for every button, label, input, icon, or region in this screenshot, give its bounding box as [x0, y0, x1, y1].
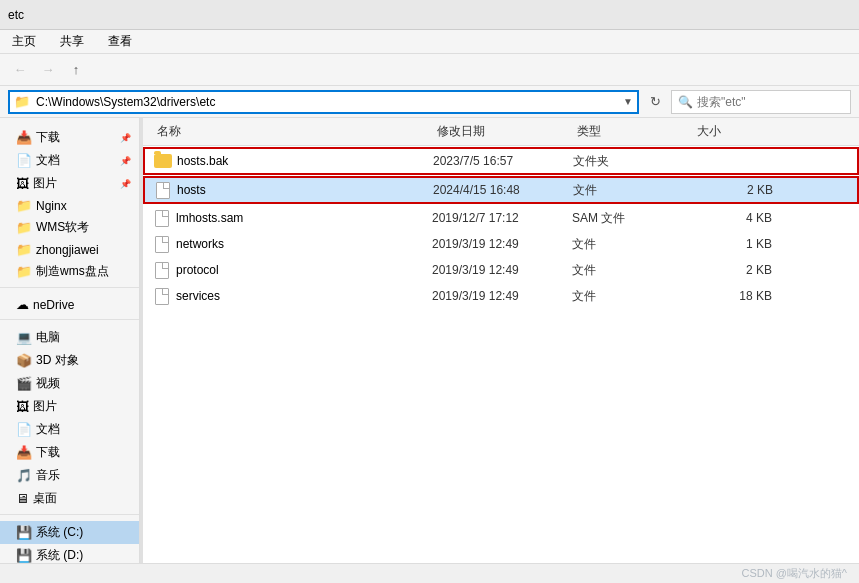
file-type: SAM 文件 [572, 210, 692, 227]
status-bar: CSDN @喝汽水的猫^ [0, 563, 859, 583]
table-row[interactable]: hosts2024/4/15 16:48文件2 KB [143, 176, 859, 204]
column-headers: 名称 修改日期 类型 大小 [143, 118, 859, 146]
file-size: 1 KB [692, 237, 772, 251]
sidebar-item-pics2[interactable]: 🖼 图片 [0, 395, 139, 418]
menu-share[interactable]: 共享 [56, 31, 88, 52]
file-name: protocol [176, 263, 432, 277]
table-row[interactable]: lmhosts.sam2019/12/7 17:12SAM 文件4 KB [143, 205, 859, 231]
file-name: networks [176, 237, 432, 251]
table-row[interactable]: services2019/3/19 12:49文件18 KB [143, 283, 859, 309]
wms-icon: 📁 [16, 220, 32, 235]
sidebar-group-thispc: 💻 电脑 📦 3D 对象 🎬 视频 🖼 图片 📄 文档 📥 下载 [0, 322, 139, 515]
pin-icon3: 📌 [120, 179, 131, 189]
sidebar-item-zhong[interactable]: 📁 zhongjiawei [0, 239, 139, 260]
file-name: hosts.bak [177, 154, 433, 168]
sidebar-item-c[interactable]: 💾 系统 (C:) [0, 521, 139, 544]
file-size: 2 KB [693, 183, 773, 197]
sidebar-item-docs1[interactable]: 📄 文档 📌 [0, 149, 139, 172]
sidebar-group-onedrive: ☁ neDrive [0, 290, 139, 320]
file-date: 2019/12/7 17:12 [432, 211, 572, 225]
file-name: hosts [177, 183, 433, 197]
file-list: hosts.bak2023/7/5 16:57文件夹hosts2024/4/15… [143, 146, 859, 563]
up-button[interactable]: ↑ [64, 58, 88, 82]
file-size: 2 KB [692, 263, 772, 277]
pc-icon: 💻 [16, 330, 32, 345]
zhong-icon: 📁 [16, 242, 32, 257]
menu-bar: 主页 共享 查看 [0, 30, 859, 54]
sidebar-group-quick: 📥 下载 📌 📄 文档 📌 🖼 图片 📌 📁 Nginx 📁 WMS软考 [0, 122, 139, 288]
address-input-wrapper[interactable]: 📁 C:\Windows\System32\drivers\etc ▼ [8, 90, 639, 114]
music-icon: 🎵 [16, 468, 32, 483]
pin-icon: 📌 [120, 133, 131, 143]
docs2-icon: 📄 [16, 422, 32, 437]
file-icon [153, 180, 173, 200]
file-date: 2023/7/5 16:57 [433, 154, 573, 168]
sidebar-group-drives: 💾 系统 (C:) 💾 系统 (D:) 💾 软件 (E:) 💾 数据 (F:) [0, 517, 139, 563]
col-header-type[interactable]: 类型 [571, 120, 691, 143]
sidebar-item-wms2[interactable]: 📁 制造wms盘点 [0, 260, 139, 283]
forward-button[interactable]: → [36, 58, 60, 82]
address-bar: 📁 C:\Windows\System32\drivers\etc ▼ ↻ 🔍 [0, 86, 859, 118]
pics-icon: 🖼 [16, 176, 29, 191]
search-icon: 🔍 [678, 95, 693, 109]
sidebar-item-download1[interactable]: 📥 下载 📌 [0, 126, 139, 149]
wms2-icon: 📁 [16, 264, 32, 279]
menu-view[interactable]: 查看 [104, 31, 136, 52]
sidebar-item-onedrive[interactable]: ☁ neDrive [0, 294, 139, 315]
address-dropdown-icon[interactable]: ▼ [623, 96, 633, 107]
refresh-button[interactable]: ↻ [643, 90, 667, 114]
toolbar: ← → ↑ [0, 54, 859, 86]
file-type: 文件 [573, 182, 693, 199]
sidebar-item-download2[interactable]: 📥 下载 [0, 441, 139, 464]
sidebar-item-docs2[interactable]: 📄 文档 [0, 418, 139, 441]
sidebar-item-video[interactable]: 🎬 视频 [0, 372, 139, 395]
file-content: 名称 修改日期 类型 大小 hosts.bak2023/7/5 16:57文件夹… [143, 118, 859, 563]
pics2-icon: 🖼 [16, 399, 29, 414]
file-date: 2024/4/15 16:48 [433, 183, 573, 197]
file-icon [152, 234, 172, 254]
table-row[interactable]: networks2019/3/19 12:49文件1 KB [143, 231, 859, 257]
table-row[interactable]: protocol2019/3/19 12:49文件2 KB [143, 257, 859, 283]
file-date: 2019/3/19 12:49 [432, 237, 572, 251]
sidebar-item-d[interactable]: 💾 系统 (D:) [0, 544, 139, 563]
file-size: 18 KB [692, 289, 772, 303]
download-icon: 📥 [16, 130, 32, 145]
folder-icon [153, 151, 173, 171]
sidebar-item-nginx[interactable]: 📁 Nginx [0, 195, 139, 216]
file-type: 文件 [572, 288, 692, 305]
watermark: CSDN @喝汽水的猫^ [741, 566, 847, 581]
download2-icon: 📥 [16, 445, 32, 460]
sidebar-item-desktop[interactable]: 🖥 桌面 [0, 487, 139, 510]
pin-icon2: 📌 [120, 156, 131, 166]
address-path: C:\Windows\System32\drivers\etc [36, 95, 619, 109]
file-name: lmhosts.sam [176, 211, 432, 225]
onedrive-icon: ☁ [16, 297, 29, 312]
sidebar-item-music[interactable]: 🎵 音乐 [0, 464, 139, 487]
file-icon [152, 286, 172, 306]
title-bar: etc [0, 0, 859, 30]
sidebar-item-pics1[interactable]: 🖼 图片 📌 [0, 172, 139, 195]
3d-icon: 📦 [16, 353, 32, 368]
file-icon [152, 208, 172, 228]
col-header-size[interactable]: 大小 [691, 120, 771, 143]
title-bar-text: etc [8, 8, 24, 22]
search-box[interactable]: 🔍 [671, 90, 851, 114]
sidebar: 📥 下载 📌 📄 文档 📌 🖼 图片 📌 📁 Nginx 📁 WMS软考 [0, 118, 140, 563]
sidebar-item-pc[interactable]: 💻 电脑 [0, 326, 139, 349]
col-header-date[interactable]: 修改日期 [431, 120, 571, 143]
desktop-icon: 🖥 [16, 491, 29, 506]
sidebar-item-wms[interactable]: 📁 WMS软考 [0, 216, 139, 239]
drive-d-icon: 💾 [16, 548, 32, 563]
back-button[interactable]: ← [8, 58, 32, 82]
file-type: 文件 [572, 262, 692, 279]
table-row[interactable]: hosts.bak2023/7/5 16:57文件夹 [143, 147, 859, 175]
menu-home[interactable]: 主页 [8, 31, 40, 52]
video-icon: 🎬 [16, 376, 32, 391]
file-icon [152, 260, 172, 280]
main-area: 📥 下载 📌 📄 文档 📌 🖼 图片 📌 📁 Nginx 📁 WMS软考 [0, 118, 859, 563]
file-type: 文件夹 [573, 153, 693, 170]
col-header-name[interactable]: 名称 [151, 120, 431, 143]
search-input[interactable] [697, 95, 844, 109]
sidebar-item-3d[interactable]: 📦 3D 对象 [0, 349, 139, 372]
drive-c-icon: 💾 [16, 525, 32, 540]
